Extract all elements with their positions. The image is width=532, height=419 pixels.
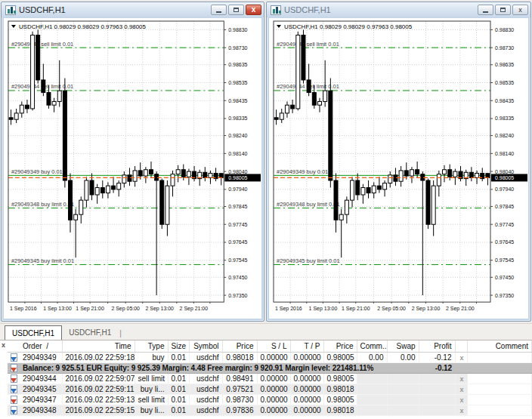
- close-order-icon[interactable]: x: [459, 354, 463, 362]
- svg-text:0.98635: 0.98635: [228, 62, 247, 67]
- balance-summary: Balance: 9 925.51 EUR Equity: 9 925.39 M…: [20, 362, 419, 373]
- chart-window-icon: [5, 5, 16, 15]
- svg-text:0.98535: 0.98535: [495, 80, 514, 85]
- svg-text:0.98830: 0.98830: [228, 27, 247, 32]
- order-row[interactable]: 29049349 2016.09.02 22:59:18 buy 0.01 us…: [8, 352, 532, 362]
- svg-text:#29049345 buy limit 0.01: #29049345 buy limit 0.01: [277, 257, 340, 264]
- svg-text:#29049347 sell limit 0.01: #29049347 sell limit 0.01: [11, 41, 73, 48]
- column-header-sl[interactable]: S / L: [257, 340, 290, 352]
- maximize-button[interactable]: [228, 5, 244, 15]
- column-header-tp[interactable]: T / P: [290, 340, 323, 352]
- svg-text:0.98140: 0.98140: [495, 151, 514, 156]
- tab-separator: |: [119, 329, 122, 340]
- close-button[interactable]: x: [246, 5, 261, 15]
- price-chart[interactable]: #29049347 sell limit 0.01#29049344 sell …: [4, 18, 261, 319]
- svg-text:0.98140: 0.98140: [228, 151, 247, 156]
- terminal-panel: x Order / Time Type Size Symbol Price S …: [0, 340, 532, 419]
- close-order-icon[interactable]: x: [459, 396, 463, 404]
- tab-usdchf-h1-2[interactable]: USDCHF,H1: [62, 325, 118, 340]
- svg-text:USDCHF,H1 0.98029 0.98029 0.9: USDCHF,H1 0.98029 0.98029 0.97963 0.9800…: [284, 23, 413, 30]
- balance-row[interactable]: Balance: 9 925.51 EUR Equity: 9 925.39 M…: [8, 362, 532, 373]
- svg-text:1 Sep 2016: 1 Sep 2016: [10, 306, 37, 312]
- svg-text:2 Sep 13:00: 2 Sep 13:00: [146, 306, 175, 312]
- svg-text:0.97645: 0.97645: [495, 239, 514, 245]
- svg-text:0.98535: 0.98535: [228, 80, 247, 85]
- chart-body: #29049347 sell limit 0.01#29049344 sell …: [269, 18, 528, 319]
- svg-text:2 Sep 13:00: 2 Sep 13:00: [412, 306, 441, 312]
- price-chart[interactable]: #29049347 sell limit 0.01#29049344 sell …: [269, 18, 528, 319]
- svg-text:1 Sep 21:00: 1 Sep 21:00: [76, 306, 104, 312]
- column-header-time[interactable]: Time: [62, 340, 135, 352]
- svg-text:0.97350: 0.97350: [495, 293, 514, 298]
- svg-text:0.97940: 0.97940: [228, 186, 247, 192]
- svg-text:0.97745: 0.97745: [228, 222, 247, 227]
- chart-tabs-bar: USDCHF,H1 USDCHF,H1 |: [0, 323, 532, 340]
- column-header-swap[interactable]: Swap: [387, 340, 419, 352]
- order-type-icon: [11, 374, 17, 383]
- svg-text:#29049348 buy limit 0.01: #29049348 buy limit 0.01: [277, 201, 340, 208]
- svg-text:#29049349 buy 0.01: #29049349 buy 0.01: [11, 168, 63, 175]
- window-titlebar[interactable]: USDCHF,H1 x: [2, 2, 264, 17]
- close-order-icon[interactable]: x: [459, 375, 463, 383]
- svg-text:0.98335: 0.98335: [495, 116, 514, 122]
- svg-text:USDCHF,H1 0.98029 0.98029 0.9: USDCHF,H1 0.98029 0.98029 0.97963 0.9800…: [19, 23, 147, 30]
- svg-text:2 Sep 05:00: 2 Sep 05:00: [377, 306, 406, 312]
- svg-text:0.98435: 0.98435: [228, 98, 247, 103]
- column-header-price[interactable]: Price: [222, 340, 257, 352]
- svg-text:0.98240: 0.98240: [228, 133, 247, 138]
- mdi-workspace: USDCHF,H1 x #29049347 sell limit 0.01#29…: [0, 0, 532, 323]
- column-header-symbol[interactable]: Symbol: [189, 340, 222, 352]
- column-header-type[interactable]: Type: [135, 340, 168, 352]
- terminal-close-button[interactable]: x: [2, 342, 5, 349]
- svg-text:2 Sep 21:00: 2 Sep 21:00: [446, 306, 475, 312]
- sort-indicator: /: [46, 342, 48, 350]
- svg-text:0.98005: 0.98005: [228, 175, 247, 180]
- order-row[interactable]: 29049347 2016.09.02 22:59:13 sell limit …: [8, 394, 532, 405]
- svg-text:1 Sep 13:00: 1 Sep 13:00: [43, 306, 72, 312]
- svg-text:0.97545: 0.97545: [495, 257, 514, 263]
- svg-text:#29049345 buy limit 0.01: #29049345 buy limit 0.01: [11, 257, 74, 264]
- svg-text:0.97940: 0.97940: [495, 186, 514, 192]
- svg-text:#29049348 buy limit 0.01: #29049348 buy limit 0.01: [11, 201, 74, 208]
- balance-icon: [11, 364, 17, 372]
- tab-usdchf-h1-1[interactable]: USDCHF,H1: [5, 325, 62, 340]
- svg-text:0.98040: 0.98040: [228, 169, 247, 174]
- svg-text:0.97745: 0.97745: [495, 222, 514, 227]
- svg-text:0.98830: 0.98830: [495, 27, 514, 32]
- svg-text:1 Sep 21:00: 1 Sep 21:00: [342, 306, 370, 312]
- svg-text:0.98040: 0.98040: [495, 169, 514, 174]
- column-header-commission[interactable]: Comm...: [357, 340, 387, 352]
- svg-text:0.97350: 0.97350: [228, 293, 247, 298]
- order-row[interactable]: 29049348 2016.09.02 22:59:15 buy li... 0…: [8, 405, 532, 415]
- chart-body: #29049347 sell limit 0.01#29049344 sell …: [4, 18, 261, 319]
- column-header-price2[interactable]: Price: [323, 340, 357, 352]
- close-button[interactable]: x: [512, 5, 528, 15]
- maximize-button[interactable]: [495, 5, 511, 15]
- svg-text:0.97845: 0.97845: [495, 204, 514, 209]
- chart-window-icon: [271, 5, 281, 15]
- column-header-order[interactable]: Order /: [20, 340, 62, 352]
- orders-table: Order / Time Type Size Symbol Price S / …: [8, 340, 532, 416]
- svg-text:2 Sep 05:00: 2 Sep 05:00: [111, 306, 140, 312]
- svg-text:0.97645: 0.97645: [228, 239, 247, 245]
- close-order-icon[interactable]: x: [459, 386, 463, 393]
- svg-text:0.97545: 0.97545: [228, 257, 247, 263]
- order-row[interactable]: 29049344 2016.09.02 22:59:07 sell limit …: [8, 373, 532, 384]
- svg-text:0.98635: 0.98635: [495, 62, 514, 67]
- column-header-size[interactable]: Size: [168, 340, 189, 352]
- window-title: USDCHF,H1: [19, 5, 208, 14]
- close-order-icon[interactable]: x: [459, 407, 463, 414]
- order-row[interactable]: 29049345 2016.09.02 22:59:11 buy li... 0…: [8, 384, 532, 394]
- column-header-comment[interactable]: Comment: [467, 340, 532, 352]
- table-header-row: Order / Time Type Size Symbol Price S / …: [8, 340, 532, 352]
- window-titlebar[interactable]: USDCHF,H1 x: [267, 2, 530, 17]
- order-type-icon: [11, 353, 17, 362]
- order-type-icon: [11, 385, 17, 393]
- svg-text:0.98730: 0.98730: [228, 45, 247, 51]
- svg-text:0.98435: 0.98435: [495, 98, 514, 103]
- chart-window-1: USDCHF,H1 x #29049347 sell limit 0.01#29…: [1, 2, 264, 322]
- svg-text:0.98730: 0.98730: [495, 45, 514, 51]
- minimize-button[interactable]: [211, 5, 227, 15]
- column-header-profit[interactable]: Profit: [419, 340, 455, 352]
- minimize-button[interactable]: [478, 5, 493, 15]
